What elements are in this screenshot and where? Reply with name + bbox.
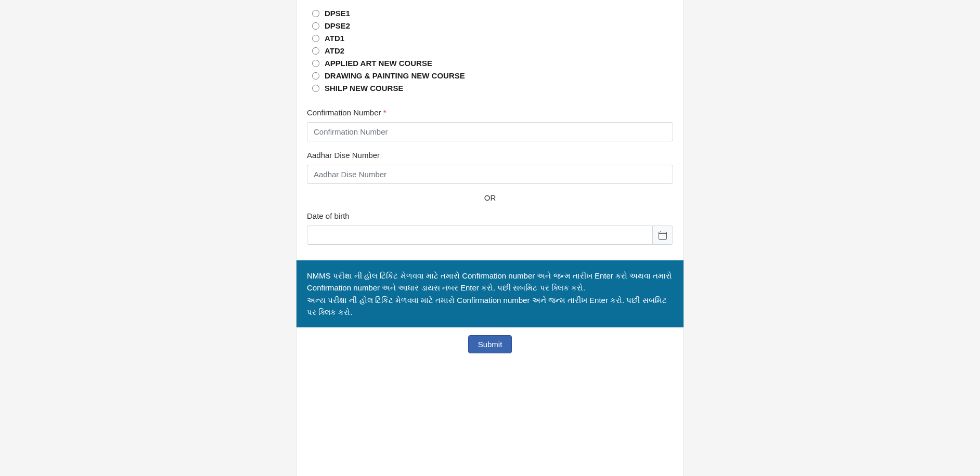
calendar-button[interactable] bbox=[652, 226, 673, 245]
radio-item-shilp[interactable]: SHILP NEW COURSE bbox=[307, 84, 673, 92]
form-content: DPSE1 DPSE2 ATD1 ATD2 APPLIED ART NEW CO… bbox=[296, 9, 684, 245]
submit-wrapper: Submit bbox=[296, 335, 684, 353]
radio-item-atd1[interactable]: ATD1 bbox=[307, 34, 673, 43]
radio-label-drawing-painting[interactable]: DRAWING & PAINTING NEW COURSE bbox=[325, 71, 465, 80]
radio-atd2[interactable] bbox=[312, 47, 319, 55]
radio-item-atd2[interactable]: ATD2 bbox=[307, 46, 673, 55]
radio-dpse1[interactable] bbox=[312, 10, 319, 17]
confirmation-label-text: Confirmation Number bbox=[307, 108, 381, 117]
confirmation-label: Confirmation Number * bbox=[307, 108, 673, 117]
dob-input[interactable] bbox=[307, 226, 652, 245]
radio-label-atd1[interactable]: ATD1 bbox=[325, 34, 344, 43]
or-divider: OR bbox=[307, 193, 673, 202]
aadhar-label: Aadhar Dise Number bbox=[307, 151, 673, 160]
radio-item-applied-art[interactable]: APPLIED ART NEW COURSE bbox=[307, 59, 673, 68]
confirmation-group: Confirmation Number * bbox=[307, 108, 673, 141]
radio-item-drawing-painting[interactable]: DRAWING & PAINTING NEW COURSE bbox=[307, 71, 673, 80]
aadhar-input[interactable] bbox=[307, 165, 673, 184]
calendar-icon bbox=[659, 231, 667, 240]
radio-label-dpse1[interactable]: DPSE1 bbox=[325, 9, 350, 18]
required-mark: * bbox=[383, 108, 386, 117]
date-input-group bbox=[307, 226, 673, 245]
radio-atd1[interactable] bbox=[312, 35, 319, 42]
dob-group: Date of birth bbox=[307, 211, 673, 245]
confirmation-input[interactable] bbox=[307, 122, 673, 141]
dob-label: Date of birth bbox=[307, 211, 673, 220]
radio-label-atd2[interactable]: ATD2 bbox=[325, 46, 344, 55]
radio-label-applied-art[interactable]: APPLIED ART NEW COURSE bbox=[325, 59, 432, 68]
course-radio-group: DPSE1 DPSE2 ATD1 ATD2 APPLIED ART NEW CO… bbox=[307, 9, 673, 92]
radio-label-shilp[interactable]: SHILP NEW COURSE bbox=[325, 84, 403, 92]
radio-applied-art[interactable] bbox=[312, 60, 319, 67]
radio-drawing-painting[interactable] bbox=[312, 72, 319, 80]
radio-dpse2[interactable] bbox=[312, 22, 319, 30]
form-container: DPSE1 DPSE2 ATD1 ATD2 APPLIED ART NEW CO… bbox=[296, 0, 684, 476]
submit-button[interactable]: Submit bbox=[468, 335, 512, 353]
radio-label-dpse2[interactable]: DPSE2 bbox=[325, 21, 350, 30]
radio-shilp[interactable] bbox=[312, 85, 319, 92]
radio-item-dpse1[interactable]: DPSE1 bbox=[307, 9, 673, 18]
radio-item-dpse2[interactable]: DPSE2 bbox=[307, 21, 673, 30]
aadhar-group: Aadhar Dise Number bbox=[307, 151, 673, 184]
info-banner: NMMS પરીક્ષા ની હોલ ટિકિટ મેળવવા માટે તમ… bbox=[296, 260, 684, 327]
